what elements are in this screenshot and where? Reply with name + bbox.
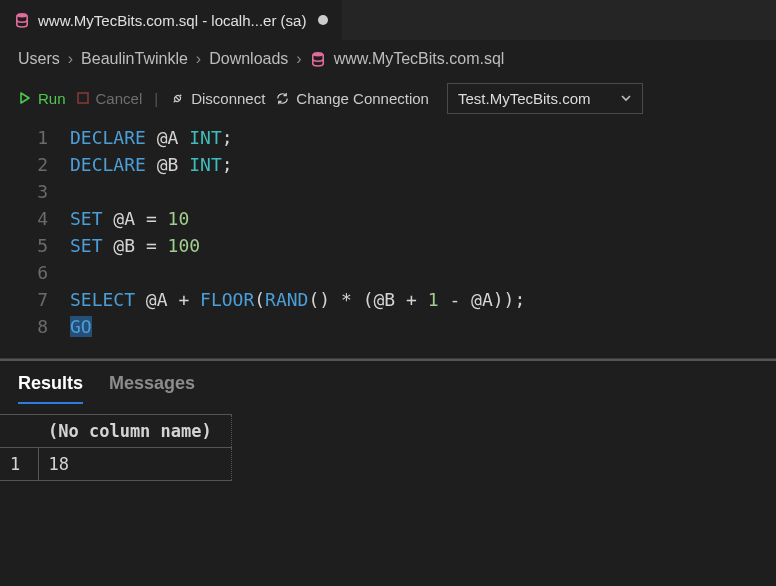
cell-value[interactable]: 18: [38, 448, 232, 481]
column-header[interactable]: (No column name): [38, 415, 232, 448]
chevron-right-icon: ›: [196, 50, 201, 68]
connection-selected-label: Test.MyTecBits.com: [458, 90, 591, 107]
svg-rect-2: [78, 93, 88, 103]
code-content[interactable]: SELECT @A + FLOOR(RAND() * (@B + 1 - @A)…: [70, 286, 525, 313]
code-content[interactable]: SET @A = 10: [70, 205, 189, 232]
breadcrumb: Users › BeaulinTwinkle › Downloads › www…: [0, 40, 776, 78]
code-line[interactable]: 6: [0, 259, 776, 286]
line-number: 1: [0, 124, 70, 151]
code-content[interactable]: DECLARE @B INT;: [70, 151, 233, 178]
panel-resize-handle[interactable]: [0, 359, 776, 361]
change-connection-label: Change Connection: [296, 90, 429, 107]
connection-select[interactable]: Test.MyTecBits.com: [447, 83, 644, 114]
breadcrumb-segment[interactable]: Downloads: [209, 50, 288, 68]
tab-results[interactable]: Results: [18, 373, 83, 404]
line-number: 7: [0, 286, 70, 313]
code-line[interactable]: 1DECLARE @A INT;: [0, 124, 776, 151]
line-number: 6: [0, 259, 70, 286]
change-connection-button[interactable]: Change Connection: [275, 90, 429, 107]
row-number-header: [0, 415, 38, 448]
database-icon: [310, 51, 326, 67]
line-number: 8: [0, 313, 70, 340]
line-number: 2: [0, 151, 70, 178]
line-number: 5: [0, 232, 70, 259]
breadcrumb-segment[interactable]: BeaulinTwinkle: [81, 50, 188, 68]
disconnect-icon: [170, 91, 185, 106]
stop-icon: [76, 91, 90, 105]
table-row[interactable]: 1 18: [0, 448, 232, 481]
disconnect-button[interactable]: Disconnect: [170, 90, 265, 107]
row-number: 1: [0, 448, 38, 481]
breadcrumb-file[interactable]: www.MyTecBits.com.sql: [334, 50, 505, 68]
cancel-button[interactable]: Cancel: [76, 90, 143, 107]
chevron-right-icon: ›: [296, 50, 301, 68]
code-content[interactable]: GO: [70, 313, 92, 340]
line-number: 4: [0, 205, 70, 232]
database-icon: [14, 12, 30, 28]
panel-tabs: Results Messages: [0, 367, 776, 404]
breadcrumb-segment[interactable]: Users: [18, 50, 60, 68]
code-line[interactable]: 8GO: [0, 313, 776, 340]
svg-point-0: [17, 13, 27, 17]
modified-indicator-icon: [318, 15, 328, 25]
code-line[interactable]: 7SELECT @A + FLOOR(RAND() * (@B + 1 - @A…: [0, 286, 776, 313]
code-line[interactable]: 4SET @A = 10: [0, 205, 776, 232]
code-content[interactable]: DECLARE @A INT;: [70, 124, 233, 151]
tab-bar: www.MyTecBits.com.sql - localh...er (sa): [0, 0, 776, 40]
file-tab[interactable]: www.MyTecBits.com.sql - localh...er (sa): [0, 0, 343, 40]
code-content[interactable]: SET @B = 100: [70, 232, 200, 259]
chevron-right-icon: ›: [68, 50, 73, 68]
refresh-icon: [275, 91, 290, 106]
chevron-down-icon: [620, 92, 632, 104]
separator: |: [154, 90, 158, 107]
query-toolbar: Run Cancel | Disconnect Change Connectio…: [0, 78, 776, 122]
code-line[interactable]: 5SET @B = 100: [0, 232, 776, 259]
code-line[interactable]: 3: [0, 178, 776, 205]
run-label: Run: [38, 90, 66, 107]
disconnect-label: Disconnect: [191, 90, 265, 107]
play-icon: [18, 91, 32, 105]
code-editor[interactable]: 1DECLARE @A INT;2DECLARE @B INT;34SET @A…: [0, 122, 776, 358]
results-panel: Results Messages (No column name) 1 18: [0, 358, 776, 568]
tab-messages[interactable]: Messages: [109, 373, 195, 404]
cancel-label: Cancel: [96, 90, 143, 107]
file-tab-title: www.MyTecBits.com.sql - localh...er (sa): [38, 12, 306, 29]
results-grid[interactable]: (No column name) 1 18: [0, 414, 232, 481]
code-line[interactable]: 2DECLARE @B INT;: [0, 151, 776, 178]
line-number: 3: [0, 178, 70, 205]
run-button[interactable]: Run: [18, 90, 66, 107]
svg-point-1: [312, 52, 322, 56]
